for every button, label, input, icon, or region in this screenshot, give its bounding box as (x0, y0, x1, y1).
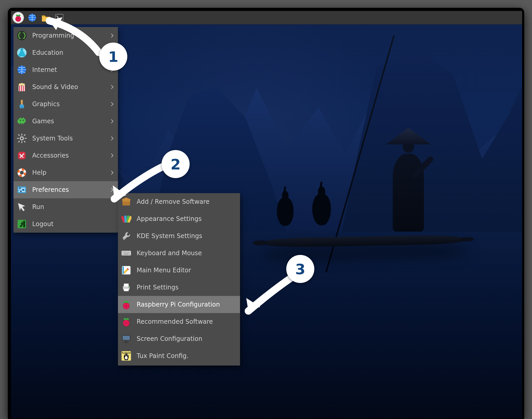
menu-item-label: Accessories (32, 152, 106, 159)
lifebuoy-icon (16, 167, 28, 178)
preferences-submenu: Add / Remove SoftwareAppearance Settings… (118, 193, 240, 366)
submenu-item-label: Recommended Software (137, 318, 213, 325)
chevron-right-icon (111, 119, 114, 123)
chevron-right-icon (111, 188, 114, 192)
wallpaper-bird (312, 194, 331, 225)
menu-item-label: Programming (32, 32, 106, 39)
menu-item-label: Logout (32, 220, 106, 228)
submenu-item-label: Keyboard and Mouse (137, 249, 202, 257)
submenu-item-label: Add / Remove Software (137, 198, 210, 205)
submenu-item-label: Appearance Settings (137, 215, 202, 222)
raspberry-icon (121, 299, 132, 310)
exit-icon (16, 218, 28, 230)
file-manager-button[interactable] (39, 11, 52, 24)
terminal-button[interactable] (52, 11, 66, 24)
submenu-item-screen-configuration[interactable]: Screen Configuration (118, 330, 240, 347)
chevron-right-icon (111, 33, 114, 38)
menu-item-programming[interactable]: Programming (14, 27, 118, 44)
menu-item-accessories[interactable]: Accessories (14, 147, 118, 164)
menu-item-label: System Tools (32, 135, 106, 142)
annotation-step-1-label: 1 (108, 48, 118, 65)
gear-icon (16, 133, 28, 144)
annotation-step-3: 3 (286, 255, 314, 283)
popcorn-icon (16, 81, 28, 93)
chevron-right-icon (111, 171, 114, 175)
submenu-item-print-settings[interactable]: Print Settings (118, 279, 240, 296)
braces-icon (16, 30, 28, 41)
web-browser-button[interactable] (25, 11, 39, 24)
menu-item-graphics[interactable]: Graphics (14, 96, 118, 113)
pencil-icon (121, 265, 132, 276)
keyboard-icon (121, 247, 132, 259)
wallpaper-water (11, 232, 522, 419)
wallpaper-bird (277, 198, 294, 226)
globe-icon (16, 64, 28, 76)
wallpaper-fisherman (380, 123, 437, 232)
submenu-item-raspberry-pi-configuration[interactable]: Raspberry Pi Configuration (118, 296, 240, 313)
wrench-icon (121, 230, 132, 242)
submenu-item-keyboard-and-mouse[interactable]: Keyboard and Mouse (118, 245, 240, 262)
screenshot-frame: ProgrammingEducationInternetSound & Vide… (8, 8, 524, 419)
menu-item-label: Sound & Video (32, 83, 106, 91)
chevron-right-icon (111, 85, 114, 89)
menu-item-logout[interactable]: Logout (14, 215, 118, 233)
start-menu-button[interactable] (12, 12, 24, 23)
globe-icon (28, 13, 37, 22)
submenu-item-appearance-settings[interactable]: Appearance Settings (118, 210, 240, 227)
terminal-icon (55, 13, 64, 22)
menu-item-label: Games (32, 118, 106, 125)
chevron-right-icon (111, 102, 114, 106)
menu-item-label: Internet (32, 66, 106, 73)
annotation-step-2: 2 (162, 150, 190, 178)
chevron-right-icon (111, 136, 114, 140)
annotation-step-3-label: 3 (295, 261, 305, 278)
menu-item-run[interactable]: Run (14, 198, 118, 215)
annotation-step-2-label: 2 (171, 156, 181, 173)
menu-item-label: Education (32, 49, 106, 56)
cursor-icon (16, 201, 28, 213)
tux-icon (121, 350, 132, 362)
menu-item-label: Run (32, 203, 106, 211)
menu-item-system-tools[interactable]: System Tools (14, 130, 118, 147)
submenu-item-label: Print Settings (137, 284, 178, 291)
submenu-item-label: Tux Paint Config. (137, 352, 189, 360)
submenu-item-label: Main Menu Editor (137, 267, 191, 274)
sliders-icon (16, 184, 28, 195)
menu-item-label: Preferences (32, 186, 106, 193)
menu-item-games[interactable]: Games (14, 113, 118, 130)
chevron-right-icon (111, 153, 114, 158)
submenu-item-tux-paint-config[interactable]: Tux Paint Config. (118, 347, 240, 364)
folder-icon (41, 13, 50, 22)
swatches-icon (121, 213, 132, 225)
raspberry-icon (14, 13, 23, 22)
menu-item-label: Graphics (32, 100, 106, 108)
menu-item-label: Help (32, 169, 106, 176)
printer-icon (121, 282, 132, 293)
submenu-item-label: Raspberry Pi Configuration (137, 301, 220, 308)
box-icon (121, 196, 132, 207)
submenu-item-add-remove-software[interactable]: Add / Remove Software (118, 193, 240, 210)
raspberry-icon (121, 316, 132, 327)
submenu-item-kde-system-settings[interactable]: KDE System Settings (118, 227, 240, 245)
annotation-step-1: 1 (99, 43, 127, 71)
taskbar (11, 11, 522, 24)
invader-icon (16, 116, 28, 127)
submenu-item-label: Screen Configuration (137, 335, 202, 342)
flask-icon (16, 47, 28, 58)
menu-item-help[interactable]: Help (14, 164, 118, 181)
submenu-item-main-menu-editor[interactable]: Main Menu Editor (118, 262, 240, 279)
submenu-item-label: KDE System Settings (137, 232, 202, 240)
desktop: ProgrammingEducationInternetSound & Vide… (11, 11, 522, 419)
monitor-icon (121, 333, 132, 344)
menu-item-preferences[interactable]: Preferences (14, 181, 118, 198)
submenu-item-recommended-software[interactable]: Recommended Software (118, 313, 240, 330)
menu-item-sound-video[interactable]: Sound & Video (14, 78, 118, 96)
knife-icon (16, 150, 28, 161)
brush-icon (16, 98, 28, 110)
